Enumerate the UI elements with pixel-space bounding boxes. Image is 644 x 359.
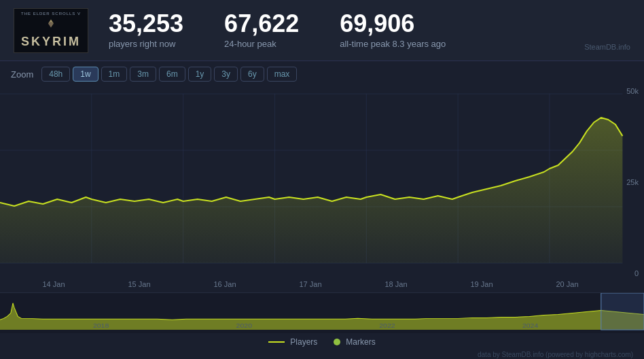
- svg-text:2018: 2018: [93, 322, 109, 329]
- stat-peak-alltime: 69,906 all-time peak 8.3 years ago: [340, 12, 446, 49]
- x-label-5: 19 Jan: [470, 280, 493, 288]
- zoom-1w[interactable]: 1w: [73, 67, 98, 82]
- zoom-label: Zoom: [11, 69, 33, 80]
- legend: Players Markers: [0, 333, 644, 349]
- steamdb-credit: SteamDB.info: [584, 43, 630, 52]
- x-label-4: 18 Jan: [384, 280, 407, 288]
- zoom-3y[interactable]: 3y: [214, 67, 238, 82]
- svg-text:2022: 2022: [379, 322, 395, 329]
- skyrim-logo-icon: [44, 17, 58, 31]
- game-title: SKYRIM: [21, 35, 81, 49]
- x-axis-labels: 14 Jan 15 Jan 16 Jan 17 Jan 18 Jan 19 Ja…: [0, 277, 644, 291]
- svg-text:2020: 2020: [236, 322, 253, 329]
- main-chart: 50k 25k 0: [0, 87, 644, 277]
- legend-markers: Markers: [334, 337, 375, 347]
- mini-chart-svg: 2018 2020 2022 2024: [0, 293, 644, 333]
- x-label-6: 20 Jan: [556, 280, 578, 288]
- game-series: The Elder Scrolls V: [21, 12, 81, 16]
- zoom-3m[interactable]: 3m: [130, 67, 156, 82]
- peak-24h-label: 24-hour peak: [224, 39, 299, 49]
- legend-players-label: Players: [290, 337, 317, 347]
- legend-markers-label: Markers: [346, 337, 375, 347]
- footer-credit: data by SteamDB.info (powered by highcha…: [0, 349, 644, 359]
- x-label-3: 17 Jan: [299, 280, 321, 288]
- peak-24h-value: 67,622: [224, 12, 299, 36]
- zoom-bar: Zoom 48h 1w 1m 3m 6m 1y 3y 6y max: [0, 61, 644, 87]
- x-label-1: 15 Jan: [128, 280, 150, 288]
- game-logo: The Elder Scrolls V SKYRIM: [14, 8, 88, 53]
- legend-markers-dot: [334, 339, 340, 345]
- header: The Elder Scrolls V SKYRIM 35,253 player…: [0, 0, 644, 61]
- zoom-max[interactable]: max: [267, 67, 298, 82]
- legend-players-line: [268, 341, 285, 343]
- zoom-1m[interactable]: 1m: [101, 67, 128, 82]
- stat-peak-24h: 67,622 24-hour peak: [224, 12, 299, 49]
- legend-players: Players: [268, 337, 317, 347]
- x-label-0: 14 Jan: [42, 280, 65, 288]
- zoom-1y[interactable]: 1y: [188, 67, 212, 82]
- peak-alltime-label: all-time peak 8.3 years ago: [340, 39, 446, 49]
- players-now-value: 35,253: [109, 12, 183, 36]
- stat-players-now: 35,253 players right now: [109, 12, 183, 49]
- svg-rect-18: [601, 293, 644, 330]
- stats-block: 35,253 players right now 67,622 24-hour …: [109, 12, 584, 49]
- peak-alltime-value: 69,906: [340, 12, 446, 36]
- players-now-label: players right now: [109, 39, 183, 49]
- main-chart-svg: [0, 87, 644, 277]
- zoom-48h[interactable]: 48h: [41, 67, 70, 82]
- zoom-6m[interactable]: 6m: [159, 67, 185, 82]
- svg-text:2024: 2024: [522, 322, 539, 329]
- mini-chart: 2018 2020 2022 2024: [0, 292, 644, 333]
- zoom-6y[interactable]: 6y: [240, 67, 264, 82]
- x-label-2: 16 Jan: [213, 280, 236, 288]
